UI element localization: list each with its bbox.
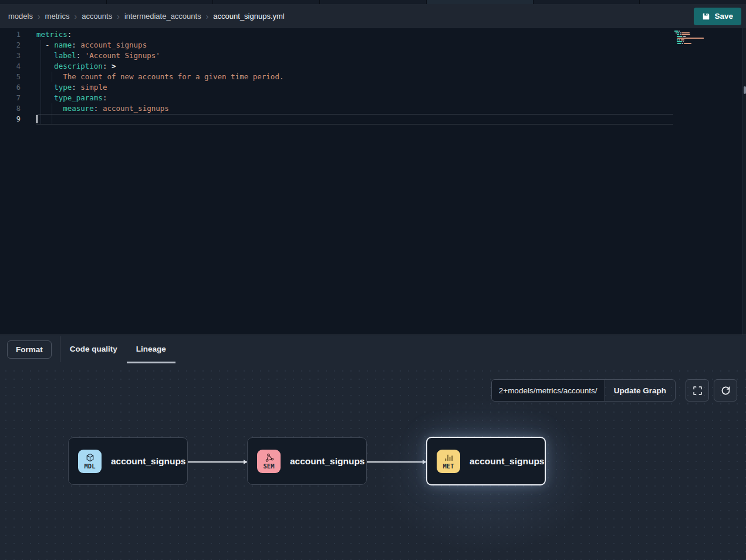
save-button[interactable]: Save [694, 8, 741, 25]
bottom-panel: Format Code quality Lineage Update Graph [0, 335, 746, 560]
indent-guide [40, 103, 41, 114]
lineage-edge [188, 461, 247, 463]
code-line-3[interactable]: 3 label: 'Account Signups' [0, 50, 746, 61]
breadcrumb-bar: models›metrics›accounts›intermediate_acc… [0, 4, 746, 28]
code-line-8[interactable]: 8 measure: account_signups [0, 103, 746, 114]
indent-guide [52, 103, 52, 114]
code-line-6[interactable]: 6 type: simple [0, 82, 746, 93]
chevron-right-icon: › [38, 12, 40, 21]
sem-badge: SEM [257, 450, 281, 473]
node-label: account_signups [290, 456, 364, 467]
save-floppy-icon [702, 12, 710, 21]
lineage-canvas[interactable]: Update Graph [0, 363, 746, 560]
breadcrumb-item[interactable]: intermediate_accounts [124, 12, 201, 21]
node-label: account_signups [111, 456, 185, 467]
indent-guide [40, 40, 41, 50]
code-text: type: simple [36, 82, 746, 93]
scrollbar-thumb[interactable] [744, 86, 746, 94]
breadcrumb-item[interactable]: metrics [45, 12, 70, 21]
breadcrumb-item[interactable]: accounts [82, 12, 112, 21]
fullscreen-button[interactable] [686, 379, 709, 402]
indent-guide [40, 114, 41, 124]
semantic-layer-icon [264, 453, 274, 463]
text-cursor [36, 115, 38, 123]
breadcrumb-item[interactable]: models [8, 12, 33, 21]
minimap-line [674, 41, 712, 42]
code-line-4[interactable]: 4 description: > [0, 61, 746, 72]
lineage-selector-group: Update Graph [491, 379, 676, 402]
lineage-node-sem[interactable]: SEMaccount_signups [247, 437, 367, 485]
minimap-line [674, 34, 712, 35]
code-text: - name: account_signups [36, 40, 746, 50]
line-number: 2 [0, 40, 21, 50]
indent-guide [40, 72, 41, 82]
met-badge: MET [437, 450, 460, 473]
chevron-right-icon: › [117, 12, 120, 21]
line-number: 9 [0, 114, 21, 124]
minimap-line [674, 32, 712, 33]
line-number: 4 [0, 61, 21, 72]
code-line-5[interactable]: 5 The count of new accounts for a given … [0, 72, 746, 82]
code-line-9[interactable]: 9 [0, 114, 746, 124]
minimap-line [674, 36, 712, 37]
code-lines: 1metrics:2 - name: account_signups3 labe… [0, 29, 746, 124]
indent-guide [52, 72, 52, 82]
line-number: 6 [0, 82, 21, 93]
editor-file-tab-3[interactable] [213, 0, 319, 4]
minimap-line [674, 31, 712, 32]
chevron-right-icon: › [74, 12, 77, 21]
indent-guide [52, 114, 52, 124]
line-number: 1 [0, 29, 21, 40]
chevron-right-icon: › [206, 12, 209, 21]
mdl-badge: MDL [78, 450, 102, 473]
line-number: 3 [0, 50, 21, 61]
minimap-line [674, 38, 712, 39]
refresh-icon [721, 386, 731, 396]
indent-guide [40, 82, 41, 93]
line-number: 8 [0, 103, 21, 114]
lineage-node-met[interactable]: METaccount_signups [426, 437, 546, 485]
editor-file-tab-6[interactable] [534, 0, 640, 4]
breadcrumb-item[interactable]: account_signups.yml [213, 12, 284, 21]
code-text [36, 114, 673, 124]
line-number: 5 [0, 72, 21, 82]
breadcrumb: models›metrics›accounts›intermediate_acc… [8, 12, 285, 21]
refresh-button[interactable] [714, 379, 737, 402]
tab-lineage[interactable]: Lineage [127, 335, 175, 363]
lineage-edge [367, 461, 426, 463]
badge-label: SEM [264, 463, 275, 470]
indent-guide [40, 61, 41, 72]
code-text: The count of new accounts for a given ti… [36, 72, 746, 82]
editor-file-tab-2[interactable] [107, 0, 213, 4]
lineage-controls: Update Graph [491, 379, 737, 402]
badge-label: MDL [85, 463, 96, 470]
minimap-line [674, 43, 712, 44]
code-line-1[interactable]: 1metrics: [0, 29, 746, 40]
fullscreen-icon [693, 386, 703, 396]
code-text: type_params: [36, 93, 746, 103]
metric-chart-icon [444, 453, 454, 463]
editor-tab-strip [0, 0, 746, 4]
format-button[interactable]: Format [7, 340, 52, 359]
minimap[interactable] [674, 31, 712, 44]
editor-file-tab-5[interactable] [427, 0, 533, 4]
code-text: metrics: [36, 29, 746, 40]
indent-guide [40, 93, 41, 103]
tab-code-quality[interactable]: Code quality [60, 335, 127, 363]
indent-guide [40, 50, 41, 61]
code-text: description: > [36, 61, 746, 72]
editor-file-tab-4[interactable] [320, 0, 426, 4]
editor-file-tab-7[interactable] [640, 0, 746, 4]
minimap-line [674, 39, 712, 41]
editor-scrollbar[interactable] [742, 28, 746, 335]
code-line-2[interactable]: 2 - name: account_signups [0, 40, 746, 50]
code-editor[interactable]: 1metrics:2 - name: account_signups3 labe… [0, 28, 746, 335]
update-graph-button[interactable]: Update Graph [605, 380, 675, 401]
lineage-node-mdl[interactable]: MDLaccount_signups [68, 437, 188, 485]
code-line-7[interactable]: 7 type_params: [0, 93, 746, 103]
lineage-selector-input[interactable] [492, 380, 605, 401]
save-button-label: Save [714, 12, 733, 21]
bottom-panel-header: Format Code quality Lineage [0, 335, 746, 363]
editor-file-tab-1[interactable] [0, 0, 106, 4]
line-number: 7 [0, 93, 21, 103]
